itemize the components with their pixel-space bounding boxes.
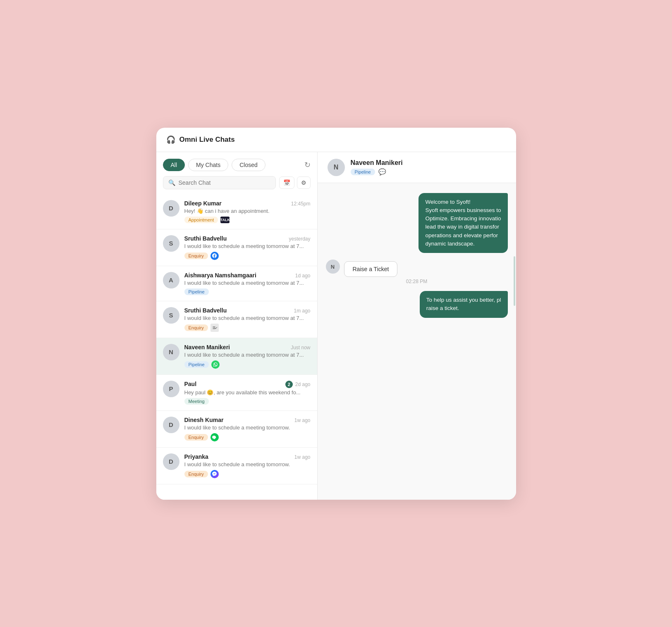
message-row-incoming: N Raise a Ticket [326, 260, 508, 277]
chat-content: Aishwarya Namshamgaari 1d ago I would li… [184, 272, 311, 295]
chat-list-item[interactable]: P Paul 2 2d ago Hey paul 😊, are you avai… [156, 375, 317, 411]
chat-content: Dileep Kumar 12:45pm Hey! 👋 can i have a… [184, 200, 311, 223]
whatsapp-channel-icon [211, 360, 220, 369]
message-action-section: N Raise a Ticket 02:28 PM [326, 260, 508, 284]
chat-header-tags: Pipeline 💬 [351, 168, 403, 176]
chat-content: Priyanka 1w ago I would like to schedule… [184, 453, 311, 478]
chat-list-item[interactable]: S Sruthi Badvellu yesterday I would like… [156, 229, 317, 266]
chat-header: N Naveen Manikeri Pipeline 💬 [318, 152, 516, 183]
chat-preview: I would like to schedule a meeting tomor… [184, 315, 311, 321]
chat-tags: Enquiry [184, 324, 311, 332]
right-panel: N Naveen Manikeri Pipeline 💬 Welcome to … [318, 152, 516, 500]
chat-name: Aishwarya Namshamgaari [184, 272, 256, 279]
active-chat-avatar: N [328, 159, 345, 176]
chat-tag: Meeting [184, 398, 209, 405]
chat-time: 2d ago [295, 381, 311, 387]
talk-channel-icon: TALK [220, 217, 230, 223]
outgoing-message-bubble: To help us assist you better, plraise a … [420, 291, 508, 318]
chat-tags: Meeting [184, 398, 311, 405]
tab-my-chats[interactable]: My Chats [188, 159, 228, 171]
notes-channel-icon [210, 324, 219, 332]
tab-all[interactable]: All [163, 159, 185, 171]
chat-name: Naveen Manikeri [184, 344, 230, 350]
chat-header-info: Naveen Manikeri Pipeline 💬 [351, 159, 403, 176]
chat-name: Sruthi Badvellu [184, 307, 227, 314]
left-panel: All My Chats Closed ↻ 🔍 📅 ⚙ D [156, 152, 318, 500]
search-icon: 🔍 [168, 179, 175, 186]
chat-time: Just now [291, 345, 310, 350]
chat-top-row: Aishwarya Namshamgaari 1d ago [184, 272, 311, 279]
message-row-outgoing: Welcome to Syoft!Syoft empowers business… [326, 193, 508, 253]
chat-name: Priyanka [184, 453, 208, 460]
chat-time: 12:45pm [291, 201, 311, 207]
chat-list-item[interactable]: S Sruthi Badvellu 1m ago I would like to… [156, 301, 317, 338]
chat-name: Dileep Kumar [184, 200, 222, 207]
chat-avatar: A [163, 272, 179, 288]
chat-avatar: D [163, 417, 179, 433]
action-button-wrap: Raise a Ticket [344, 260, 398, 277]
chat-top-row: Sruthi Badvellu 1m ago [184, 307, 311, 314]
message-row-outgoing: To help us assist you better, plraise a … [326, 291, 508, 318]
search-input[interactable] [179, 179, 270, 186]
active-chat-tag-pipeline: Pipeline [351, 169, 375, 175]
chat-time: 1w ago [294, 454, 311, 460]
chat-top-row: Paul 2 2d ago [184, 381, 311, 388]
outgoing-message-section: To help us assist you better, plraise a … [420, 291, 508, 318]
tab-closed[interactable]: Closed [232, 159, 265, 171]
tabs-row: All My Chats Closed ↻ [156, 152, 317, 176]
chat-content: Dinesh Kumar 1w ago I would like to sche… [184, 417, 311, 441]
refresh-button[interactable]: ↻ [304, 160, 311, 169]
chat-preview: I would like to schedule a meeting tomor… [184, 280, 311, 286]
chat-avatar: D [163, 453, 179, 470]
facebook-channel-icon [210, 252, 219, 260]
calendar-filter-button[interactable]: 📅 [279, 176, 294, 189]
chat-content: Naveen Manikeri Just now I would like to… [184, 344, 311, 369]
chat-time: 1w ago [294, 417, 311, 423]
whatsapp-icon: 💬 [378, 168, 386, 176]
app-title: Omni Live Chats [179, 136, 235, 144]
chat-name: Dinesh Kumar [184, 417, 224, 423]
filter-button[interactable]: ⚙ [297, 176, 311, 189]
chat-time: 1d ago [295, 273, 311, 279]
chat-time: 1m ago [294, 308, 310, 314]
line-channel-icon [210, 433, 219, 441]
chat-name: Paul [184, 381, 197, 387]
search-row: 🔍 📅 ⚙ [156, 176, 317, 194]
chat-content: Sruthi Badvellu 1m ago I would like to s… [184, 307, 311, 332]
chat-list-item[interactable]: D Dileep Kumar 12:45pm Hey! 👋 can i have… [156, 194, 317, 229]
chat-content: Paul 2 2d ago Hey paul 😊, are you availa… [184, 381, 311, 405]
chat-preview: Hey paul 😊, are you available this weeke… [184, 389, 311, 396]
unread-badge: 2 [285, 381, 293, 388]
chat-avatar: P [163, 381, 179, 397]
chat-top-row: Sruthi Badvellu yesterday [184, 235, 311, 242]
search-input-wrap: 🔍 [163, 176, 276, 189]
raise-ticket-button[interactable]: Raise a Ticket [344, 261, 398, 277]
chat-top-row: Naveen Manikeri Just now [184, 344, 311, 350]
chat-list-item[interactable]: A Aishwarya Namshamgaari 1d ago I would … [156, 266, 317, 301]
chat-tag: Pipeline [184, 361, 209, 368]
chat-name: Sruthi Badvellu [184, 235, 227, 242]
chat-tag: Enquiry [184, 324, 208, 331]
outgoing-message-section: Welcome to Syoft!Syoft empowers business… [419, 193, 507, 253]
search-actions: 📅 ⚙ [279, 176, 311, 189]
chat-top-row: Priyanka 1w ago [184, 453, 311, 460]
chat-list-item[interactable]: D Dinesh Kumar 1w ago I would like to sc… [156, 411, 317, 448]
chat-time: yesterday [289, 236, 310, 242]
chat-tags: Enquiry [184, 433, 311, 441]
chat-tag: Pipeline [184, 288, 209, 295]
right-panel-wrap: N Naveen Manikeri Pipeline 💬 Welcome to … [318, 152, 516, 500]
app-header: 🎧 Omni Live Chats [156, 128, 516, 152]
chat-tag: Enquiry [184, 253, 208, 259]
app-body: All My Chats Closed ↻ 🔍 📅 ⚙ D [156, 152, 516, 500]
chat-avatar: S [163, 235, 179, 252]
chat-tags: Enquiry [184, 470, 311, 478]
chat-tags: Pipeline [184, 360, 311, 369]
chat-tag: Enquiry [184, 471, 208, 477]
chat-list-item[interactable]: D Priyanka 1w ago I would like to schedu… [156, 448, 317, 484]
chat-avatar: S [163, 307, 179, 324]
chat-list-item[interactable]: N Naveen Manikeri Just now I would like … [156, 338, 317, 375]
chat-top-row: Dinesh Kumar 1w ago [184, 417, 311, 423]
messages-area: Welcome to Syoft!Syoft empowers business… [318, 183, 516, 500]
chat-preview: I would like to schedule a meeting tomor… [184, 424, 311, 431]
messenger-channel-icon [210, 470, 219, 478]
